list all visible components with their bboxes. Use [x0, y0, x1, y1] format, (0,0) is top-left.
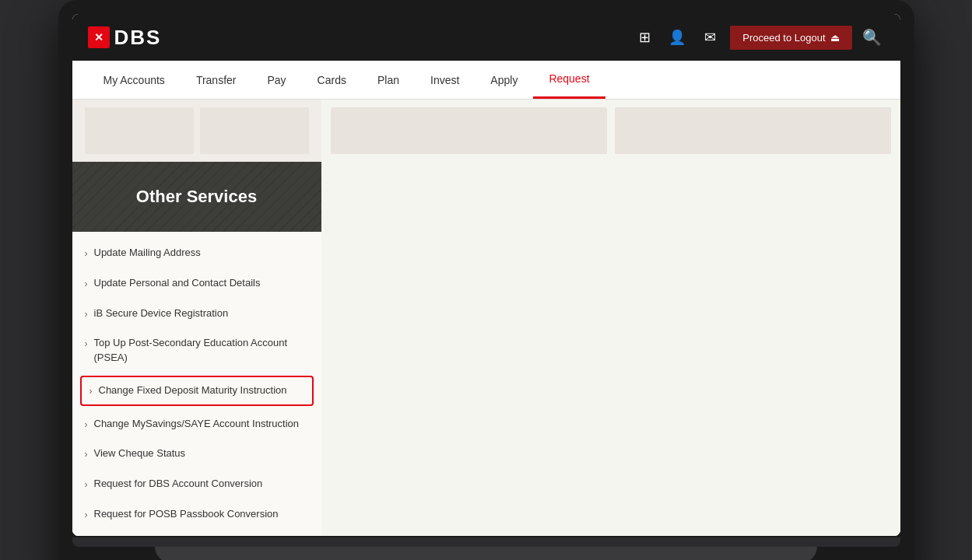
nav-invest[interactable]: Invest: [415, 61, 475, 99]
menu-ib-secure[interactable]: › iB Secure Device Registration: [72, 299, 321, 329]
nav-apply[interactable]: Apply: [475, 61, 533, 99]
menu-change-mysavings[interactable]: › Change MySavings/SAYE Account Instruct…: [72, 409, 321, 439]
nav-my-accounts[interactable]: My Accounts: [88, 61, 181, 99]
nav-request[interactable]: Request: [533, 61, 605, 99]
logo-area: ✕ DBS: [88, 26, 162, 50]
logout-icon: ⏏: [830, 32, 840, 44]
menu-change-fixed-deposit[interactable]: › Change Fixed Deposit Maturity Instruct…: [80, 376, 314, 406]
main-content: Other Services › Update Mailing Address …: [72, 100, 900, 536]
menu-update-personal[interactable]: › Update Personal and Contact Details: [72, 268, 321, 299]
menu-posb-passbook[interactable]: › Request for POSB Passbook Conversion: [72, 499, 321, 530]
mail-icon[interactable]: ✉: [697, 25, 722, 50]
laptop-base: [155, 547, 817, 560]
chevron-icon-6: ›: [85, 418, 88, 432]
right-placeholder-1: [331, 107, 607, 154]
nav-cards[interactable]: Cards: [302, 61, 362, 99]
right-area: [321, 100, 900, 536]
chevron-icon-1: ›: [85, 247, 88, 261]
user-icon[interactable]: 👤: [665, 25, 690, 50]
chevron-icon-9: ›: [85, 509, 88, 522]
menu-top-up-psea[interactable]: › Top Up Post-Secondary Education Accoun…: [72, 328, 321, 372]
other-services-header: Other Services: [72, 162, 321, 232]
nav-transfer[interactable]: Transfer: [181, 61, 252, 99]
left-panel: Other Services › Update Mailing Address …: [72, 100, 321, 536]
right-placeholder-row: [331, 107, 891, 154]
dbs-logo-icon: ✕: [88, 26, 110, 48]
nav-pay[interactable]: Pay: [251, 61, 301, 99]
chevron-icon-7: ›: [85, 448, 88, 461]
chevron-icon-2: ›: [85, 278, 88, 291]
other-services-title: Other Services: [136, 187, 257, 207]
chevron-icon-5: ›: [89, 385, 93, 398]
laptop-bottom: [72, 537, 900, 547]
chevron-icon-4: ›: [85, 338, 88, 351]
grid-icon[interactable]: ⊞: [632, 25, 657, 50]
menu-view-cheque[interactable]: › View Cheque Status: [72, 439, 321, 469]
top-cards-row: [72, 100, 321, 162]
nav-plan[interactable]: Plan: [362, 61, 415, 99]
brand-name: DBS: [114, 26, 162, 50]
card-placeholder-1: [85, 107, 194, 154]
menu-update-mailing[interactable]: › Update Mailing Address: [72, 238, 321, 268]
logout-button[interactable]: Proceed to Logout ⏏: [730, 26, 851, 50]
right-placeholder-2: [615, 107, 891, 154]
chevron-icon-8: ›: [85, 478, 88, 492]
chevron-icon-3: ›: [85, 308, 88, 321]
top-right-icons: ⊞ 👤 ✉ Proceed to Logout ⏏ 🔍: [632, 25, 884, 50]
card-placeholder-2: [200, 107, 309, 154]
nav-bar: My Accounts Transfer Pay Cards Plan Inve…: [72, 61, 900, 100]
search-icon[interactable]: 🔍: [860, 25, 885, 50]
top-bar: ✕ DBS ⊞ 👤 ✉ Proceed to Logout ⏏ 🔍: [72, 14, 900, 61]
menu-list: › Update Mailing Address › Update Person…: [72, 232, 321, 536]
menu-dbs-conversion[interactable]: › Request for DBS Account Conversion: [72, 469, 321, 499]
